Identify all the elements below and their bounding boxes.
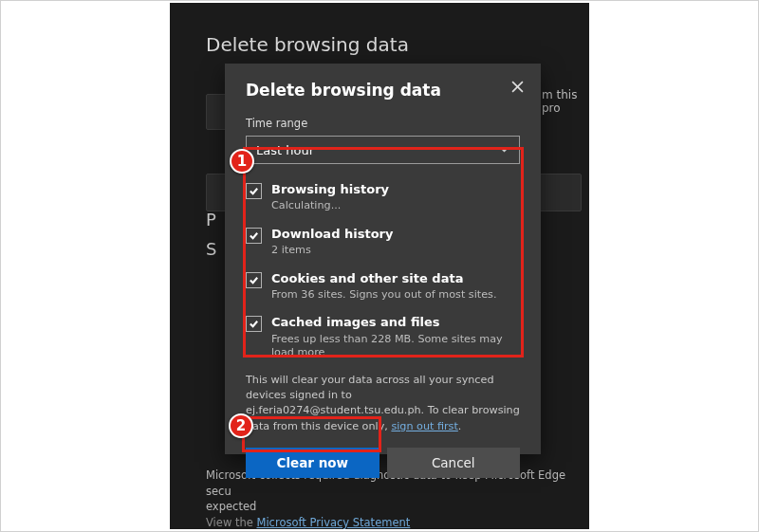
option-subtext: Frees up less than 228 MB. Some sites ma… xyxy=(271,333,520,360)
delete-browsing-data-dialog: Delete browsing data Time range Last hou… xyxy=(225,64,541,454)
sync-warning-note: This will clear your data across all you… xyxy=(246,373,520,434)
bg-letter: P xyxy=(206,210,216,229)
option-cached-images: Cached images and files Frees up less th… xyxy=(246,308,520,366)
privacy-statement-link[interactable]: Microsoft Privacy Statement xyxy=(256,516,410,529)
option-subtext: 2 items xyxy=(271,244,393,258)
chevron-down-icon xyxy=(499,143,509,157)
option-label: Download history xyxy=(271,227,393,242)
option-cookies: Cookies and other site data From 36 site… xyxy=(246,265,520,309)
option-label: Cookies and other site data xyxy=(271,271,496,286)
checkbox-download-history[interactable] xyxy=(246,228,262,244)
time-range-value: Last hour xyxy=(256,143,314,157)
close-button[interactable] xyxy=(505,75,529,100)
dialog-button-row: Clear now Cancel xyxy=(246,448,520,478)
option-subtext: Calculating... xyxy=(271,199,389,213)
clear-now-button[interactable]: Clear now xyxy=(246,448,380,478)
option-label: Cached images and files xyxy=(271,315,520,330)
screenshot-canvas: Delete browsing data m this pro P S Micr… xyxy=(0,0,759,532)
view-prefix: View the xyxy=(206,516,256,529)
checkbox-cookies[interactable] xyxy=(246,272,262,288)
checkbox-browsing-history[interactable] xyxy=(246,183,262,199)
close-icon xyxy=(511,79,524,97)
sign-out-first-link[interactable]: sign out first xyxy=(391,420,457,432)
sync-note-tail: . xyxy=(458,420,462,432)
option-label: Browsing history xyxy=(271,182,389,197)
dialog-title: Delete browsing data xyxy=(246,81,520,100)
option-subtext: From 36 sites. Signs you out of most sit… xyxy=(271,288,496,303)
data-type-list: Browsing history Calculating... Download… xyxy=(246,175,520,367)
bg-letter: S xyxy=(206,239,216,259)
option-download-history: Download history 2 items xyxy=(246,220,520,265)
time-range-label: Time range xyxy=(246,117,520,130)
option-browsing-history: Browsing history Calculating... xyxy=(246,175,520,220)
checkbox-cached-images[interactable] xyxy=(246,316,262,332)
page-title: Delete browsing data xyxy=(206,33,409,56)
sync-note-text: This will clear your data across all you… xyxy=(246,374,520,432)
cancel-button[interactable]: Cancel xyxy=(387,448,521,478)
time-range-select[interactable]: Last hour xyxy=(246,136,520,164)
truncated-text: m this pro xyxy=(542,88,589,115)
